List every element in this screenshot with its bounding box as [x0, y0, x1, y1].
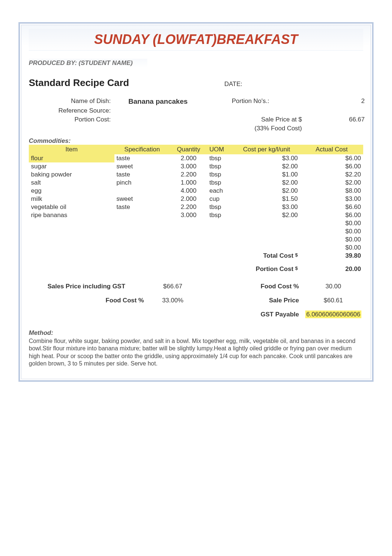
sales-price-gst-value: $66.67 — [147, 283, 199, 290]
food-cost-pct-left-value: 33.00% — [147, 297, 199, 304]
cell-item — [29, 227, 114, 236]
col-actual: Actual Cost — [300, 145, 363, 154]
cell-actual: $0.00 — [300, 219, 363, 227]
cell-actual: $8.00 — [300, 187, 363, 195]
cell-uom: tbsp — [207, 179, 233, 187]
cell-cpu: $1.00 — [233, 171, 300, 179]
table-row: $0.00 — [29, 227, 363, 236]
cell-cpu — [233, 227, 300, 236]
cell-qty: 1.000 — [170, 179, 207, 187]
cell-item: sugar — [29, 162, 114, 171]
sales-price-gst-label: Sales Price including GST — [29, 283, 147, 290]
cell-qty — [170, 236, 207, 244]
cell-qty: 3.000 — [170, 211, 207, 219]
summary-grid: Sales Price including GST $66.67 Food Co… — [29, 283, 363, 318]
cell-item — [29, 219, 114, 227]
total-cost-row: Total Cost $ 39.80 — [29, 252, 363, 260]
cell-spec: pinch — [114, 179, 170, 187]
cell-qty: 4.000 — [170, 187, 207, 195]
cell-spec — [114, 219, 170, 227]
cell-cpu: $2.00 — [233, 179, 300, 187]
cell-actual: $6.00 — [300, 211, 363, 219]
cell-spec — [114, 211, 170, 219]
cell-spec: sweet — [114, 195, 170, 203]
cell-actual: $3.00 — [300, 195, 363, 203]
cell-spec — [114, 187, 170, 195]
portion-cost-top-label: Portion Cost: — [29, 116, 114, 123]
portion-nos-label: Portion No's.: — [228, 97, 302, 106]
table-row: milksweet2.000cup$1.50$3.00 — [29, 195, 363, 203]
sale-price-at-label: Sale Price at $ — [228, 116, 302, 123]
cell-spec — [114, 244, 170, 252]
card-heading: Standard Recipe Card — [29, 77, 129, 89]
cell-spec: taste — [114, 154, 170, 162]
cell-item: milk — [29, 195, 114, 203]
name-of-dish-label: Name of Dish: — [29, 97, 114, 106]
cell-qty: 2.200 — [170, 171, 207, 179]
cell-item: egg — [29, 187, 114, 195]
cell-cpu — [233, 219, 300, 227]
cell-spec — [114, 236, 170, 244]
table-row: ripe bananas3.000tbsp$2.00$6.00 — [29, 211, 363, 219]
cell-actual: $6.60 — [300, 203, 363, 211]
table-row: saltpinch1.000tbsp$2.00$2.00 — [29, 179, 363, 187]
sale-price-label: Sale Price — [228, 297, 302, 304]
gst-payable-value: 6.06060606060606 — [305, 310, 362, 318]
cell-uom: tbsp — [207, 203, 233, 211]
table-row: sugarsweet3.000tbsp$2.00$6.00 — [29, 162, 363, 171]
cell-item: flour — [29, 154, 114, 162]
cell-actual: $6.00 — [300, 162, 363, 171]
cell-cpu — [233, 236, 300, 244]
cell-cpu: $2.00 — [233, 187, 300, 195]
cell-uom: tbsp — [207, 171, 233, 179]
commodities-table: Item Specification Quantity UOM Cost per… — [29, 145, 363, 273]
table-row: $0.00 — [29, 236, 363, 244]
food-cost-pct-left-label: Food Cost % — [29, 297, 147, 304]
cell-spec: sweet — [114, 162, 170, 171]
cell-spec — [114, 227, 170, 236]
cell-uom — [207, 219, 233, 227]
commodities-heading: Commodities: — [29, 137, 363, 145]
cell-uom: tbsp — [207, 211, 233, 219]
cell-cpu: $2.00 — [233, 211, 300, 219]
cell-actual: $2.00 — [300, 179, 363, 187]
portion-cost-row: Portion Cost $ 20.00 — [29, 265, 363, 273]
cell-actual: $0.00 — [300, 227, 363, 236]
cell-qty: 2.200 — [170, 203, 207, 211]
reference-source-label: Reference Source: — [29, 107, 114, 114]
cell-item: ripe bananas — [29, 211, 114, 219]
header-grid: Name of Dish: Banana pancakes Portion No… — [29, 97, 363, 132]
cell-spec: taste — [114, 203, 170, 211]
portion-cost-label: Portion Cost — [256, 265, 293, 272]
date-label: DATE: — [224, 80, 243, 88]
table-row: egg4.000each$2.00$8.00 — [29, 187, 363, 195]
cell-uom: tbsp — [207, 154, 233, 162]
sale-price-at-value: 66.67 — [302, 116, 365, 123]
table-row: $0.00 — [29, 219, 363, 227]
cell-qty: 3.000 — [170, 162, 207, 171]
table-header-row: Item Specification Quantity UOM Cost per… — [29, 145, 363, 154]
total-cost-label: Total Cost — [263, 252, 293, 259]
cell-cpu: $1.50 — [233, 195, 300, 203]
cell-actual: $0.00 — [300, 244, 363, 252]
cell-uom — [207, 236, 233, 244]
col-spec: Specification — [114, 145, 170, 154]
cell-uom — [207, 227, 233, 236]
cell-cpu: $3.00 — [233, 154, 300, 162]
portion-nos-value: 2 — [302, 97, 365, 106]
cell-actual: $2.20 — [300, 171, 363, 179]
cell-item: salt — [29, 179, 114, 187]
cell-item: vegetable oil — [29, 203, 114, 211]
cell-item: baking powder — [29, 171, 114, 179]
col-item: Item — [29, 145, 114, 154]
cell-qty — [170, 244, 207, 252]
table-row: vegetable oiltaste2.200tbsp$3.00$6.60 — [29, 203, 363, 211]
method-heading: Method: — [29, 329, 363, 337]
cell-uom: each — [207, 187, 233, 195]
method-body: Combine flour, white sugar, baking powde… — [29, 337, 363, 368]
table-row: flourtaste2.000tbsp$3.00$6.00 — [29, 154, 363, 162]
col-uom: UOM — [207, 145, 233, 154]
food-cost-pct-right-label: Food Cost % — [228, 283, 302, 290]
table-row: baking powdertaste2.200tbsp$1.00$2.20 — [29, 171, 363, 179]
cell-qty: 2.000 — [170, 154, 207, 162]
